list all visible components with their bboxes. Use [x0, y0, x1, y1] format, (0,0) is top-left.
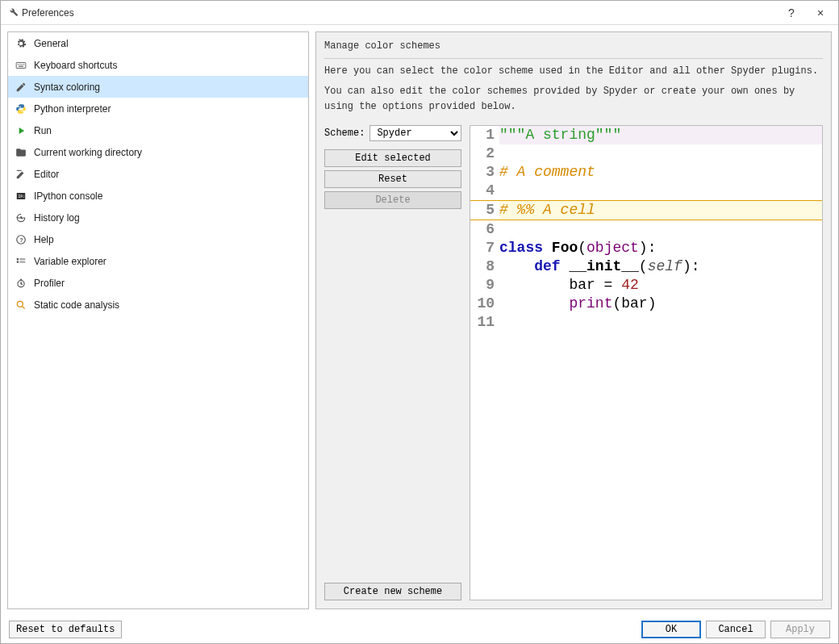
line-number: 9: [470, 276, 499, 295]
scheme-controls: Scheme: Spyder Edit selected Reset Delet…: [324, 125, 461, 600]
keyboard-icon: [15, 59, 27, 72]
svg-text:IP:: IP:: [19, 194, 25, 198]
svg-rect-3: [22, 64, 23, 65]
sidebar-item-syntax-coloring[interactable]: Syntax coloring: [8, 76, 308, 98]
svg-rect-14: [19, 261, 25, 262]
ipython-icon: IP:: [15, 190, 27, 203]
pencil-icon: [15, 81, 27, 94]
wrench-icon: [7, 6, 19, 19]
scheme-select-row: Scheme: Spyder: [324, 125, 461, 141]
help-icon: ?: [15, 233, 27, 246]
sidebar-item-history[interactable]: History log: [8, 207, 308, 228]
svg-rect-6: [17, 169, 22, 170]
window-controls: ? ×: [780, 6, 832, 19]
close-button[interactable]: ×: [809, 6, 832, 19]
sidebar-item-label: Editor: [34, 169, 59, 180]
reset-scheme-button[interactable]: Reset: [324, 170, 461, 188]
svg-rect-12: [19, 257, 25, 259]
sidebar-item-cwd[interactable]: Current working directory: [8, 141, 308, 163]
analysis-icon: [15, 299, 27, 312]
line-number: 5: [470, 201, 499, 220]
sidebar-item-analysis[interactable]: Static code analysis: [8, 294, 308, 316]
sidebar-item-label: Help: [34, 234, 54, 245]
line-number: 10: [470, 295, 499, 313]
sidebar-item-label: IPython console: [34, 190, 102, 202]
history-icon: [15, 211, 27, 224]
line-number: 2: [470, 144, 499, 163]
footer-bar: Reset to defaults OK Cancel Apply: [1, 616, 838, 643]
edit-icon: [15, 168, 27, 181]
sidebar-item-label: Run: [34, 125, 52, 136]
play-icon: [15, 124, 27, 137]
sidebar-item-label: Variable explorer: [34, 256, 106, 267]
svg-text:?: ?: [19, 236, 23, 242]
line-number: 7: [470, 239, 499, 257]
help-button[interactable]: ?: [780, 6, 803, 19]
scheme-select[interactable]: Spyder: [369, 125, 461, 141]
svg-rect-11: [17, 257, 19, 259]
scheme-label: Scheme:: [324, 128, 365, 139]
sidebar-item-label: Syntax coloring: [34, 82, 100, 93]
delete-scheme-button[interactable]: Delete: [324, 191, 461, 209]
preferences-sidebar: General Keyboard shortcuts Syntax colori…: [7, 31, 309, 609]
python-icon: [15, 102, 27, 115]
sidebar-item-label: Current working directory: [34, 147, 142, 158]
svg-rect-0: [16, 62, 26, 68]
sidebar-item-profiler[interactable]: Profiler: [8, 272, 308, 294]
edit-selected-button[interactable]: Edit selected: [324, 149, 461, 167]
sidebar-item-help[interactable]: ? Help: [8, 228, 308, 250]
sidebar-item-label: Python interpreter: [34, 103, 111, 115]
line-number: 4: [470, 182, 499, 200]
folder-icon: [15, 146, 27, 159]
cancel-button[interactable]: Cancel: [706, 621, 766, 638]
code-preview: 1"""A string""" 2 3# A comment 4 5# %% A…: [470, 125, 823, 600]
profiler-icon: [15, 277, 27, 290]
sidebar-item-variables[interactable]: Variable explorer: [8, 250, 308, 272]
description-2: You can also edit the color schemes prov…: [324, 84, 823, 115]
reset-defaults-button[interactable]: Reset to defaults: [9, 621, 122, 638]
titlebar: Preferences ? ×: [1, 1, 838, 25]
line-number: 6: [470, 220, 499, 239]
window-title: Preferences: [19, 7, 780, 19]
svg-rect-5: [19, 65, 23, 66]
svg-rect-13: [17, 261, 19, 262]
sidebar-item-keyboard[interactable]: Keyboard shortcuts: [8, 54, 308, 76]
svg-rect-2: [19, 64, 20, 65]
line-number: 1: [470, 126, 499, 144]
sidebar-item-label: History log: [34, 212, 80, 224]
svg-point-16: [17, 301, 23, 307]
variables-icon: [15, 255, 27, 268]
scheme-row: Scheme: Spyder Edit selected Reset Delet…: [324, 125, 823, 600]
create-scheme-button[interactable]: Create new scheme: [324, 583, 461, 600]
sidebar-item-label: Profiler: [34, 278, 65, 289]
sidebar-item-python[interactable]: Python interpreter: [8, 98, 308, 119]
syntax-coloring-panel: Manage color schemes Here you can select…: [315, 31, 832, 609]
line-number: 8: [470, 257, 499, 276]
line-number: 11: [470, 313, 499, 332]
line-number: 3: [470, 163, 499, 182]
svg-rect-4: [23, 64, 24, 65]
sidebar-item-label: General: [34, 38, 69, 49]
section-heading: Manage color schemes: [324, 40, 823, 52]
sidebar-item-general[interactable]: General: [8, 32, 308, 54]
sidebar-item-label: Static code analysis: [34, 299, 119, 311]
sidebar-item-editor[interactable]: Editor: [8, 163, 308, 185]
apply-button[interactable]: Apply: [770, 621, 830, 638]
ok-button[interactable]: OK: [641, 621, 701, 638]
svg-rect-1: [18, 64, 19, 65]
description-1: Here you can select the color scheme use…: [324, 64, 823, 79]
sidebar-item-label: Keyboard shortcuts: [34, 60, 117, 71]
gear-icon: [15, 37, 27, 50]
preferences-window: Preferences ? × General Keyboard shortcu…: [0, 0, 839, 644]
content-area: General Keyboard shortcuts Syntax colori…: [1, 25, 838, 616]
sidebar-item-ipython[interactable]: IP: IPython console: [8, 185, 308, 207]
divider: [324, 58, 823, 59]
sidebar-item-run[interactable]: Run: [8, 119, 308, 141]
